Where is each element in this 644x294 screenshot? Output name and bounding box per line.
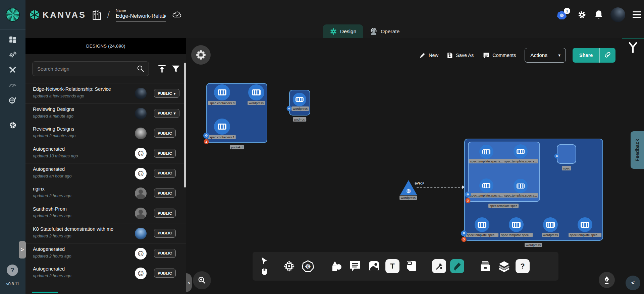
owner-avatar[interactable]	[135, 108, 147, 120]
visibility-badge[interactable]: PUBLIC	[154, 129, 176, 138]
visibility-badge[interactable]: PUBLIC	[154, 189, 176, 198]
comments-button[interactable]: Comments	[483, 52, 516, 59]
drawer-tool[interactable]	[478, 259, 493, 274]
container-node[interactable]	[479, 145, 493, 159]
kanvas-hexagon-icon[interactable]	[8, 121, 17, 130]
visibility-badge[interactable]: PUBLIC	[154, 249, 176, 258]
design-mode-button[interactable]	[599, 272, 615, 288]
visibility-select[interactable]: PUBLIC▾	[154, 89, 179, 98]
design-row[interactable]: Autogenerated updated 10 minutes ago ☺ P…	[25, 143, 186, 163]
owner-avatar[interactable]: ☺	[135, 168, 147, 179]
design-row[interactable]: Reviewing Designs updated 2 minutes ago …	[25, 123, 186, 143]
container-node[interactable]	[578, 217, 592, 232]
container-node[interactable]	[514, 179, 528, 193]
pen-tool[interactable]	[432, 259, 446, 273]
help-tool[interactable]: ?	[516, 259, 530, 273]
search-input[interactable]	[33, 66, 137, 72]
organization-icon[interactable]	[92, 9, 101, 20]
visibility-badge[interactable]: PUBLIC	[154, 169, 176, 178]
comment-tool[interactable]	[348, 259, 363, 274]
new-button[interactable]: New	[419, 52, 438, 59]
configuration-tools-icon[interactable]	[8, 66, 17, 74]
user-avatar[interactable]	[610, 7, 625, 22]
edge-connector[interactable]	[417, 187, 464, 188]
container-node[interactable]	[248, 84, 264, 100]
design-search-box[interactable]	[32, 61, 149, 76]
container-node[interactable]	[479, 178, 493, 193]
design-row[interactable]: Edge-Network-Relationship: Service updat…	[25, 83, 186, 103]
pod-template-group[interactable]	[468, 142, 540, 202]
owner-avatar[interactable]	[135, 128, 147, 139]
design-row[interactable]: Autogenerated updated 2 hours ago ☺ PUBL…	[25, 243, 186, 264]
components-chip-tool[interactable]	[282, 259, 297, 274]
collapse-right-button[interactable]: <	[626, 276, 640, 290]
owner-avatar[interactable]	[135, 208, 147, 219]
version-branch-icon[interactable]	[628, 42, 638, 54]
tab-operate[interactable]: Operate	[363, 24, 406, 38]
design-row[interactable]: Reviewing Designs updated a minute ago P…	[25, 103, 186, 124]
design-name-field[interactable]: Name Edge-Network-Relatio	[116, 8, 166, 21]
collapse-panel-button[interactable]: <	[186, 273, 192, 292]
design-row[interactable]: Autogenerated updated 2 hours ago ☺ PUBL…	[25, 263, 186, 283]
actions-label[interactable]: Actions	[525, 52, 553, 58]
owner-avatar[interactable]: ☺	[135, 248, 147, 260]
owner-avatar[interactable]	[135, 188, 147, 199]
design-canvas[interactable]: New Save As Comments Actions ▼ Share	[186, 38, 644, 294]
tab-design[interactable]: Design	[323, 24, 363, 38]
filter-funnel-icon[interactable]	[171, 64, 180, 73]
save-as-button[interactable]: Save As	[446, 52, 474, 59]
spec-node[interactable]	[557, 144, 576, 164]
container-node[interactable]	[475, 217, 489, 232]
owner-avatar[interactable]	[135, 228, 147, 239]
design-row[interactable]: Autogenerated updated an hour ago ☺ PUBL…	[25, 163, 186, 183]
sticky-note-tool[interactable]	[404, 259, 418, 274]
select-cursor-tool[interactable]	[260, 256, 269, 265]
error-count-badge[interactable]: 2	[204, 139, 209, 144]
container-node[interactable]	[293, 93, 306, 106]
visibility-badge[interactable]: PUBLIC	[154, 209, 176, 218]
actions-split-button[interactable]: Actions ▼	[525, 48, 566, 63]
notifications-bell-icon[interactable]	[594, 10, 603, 20]
help-button[interactable]: ?	[7, 265, 18, 276]
import-design-icon[interactable]	[157, 64, 167, 73]
visibility-select[interactable]: PUBLIC▾	[154, 109, 179, 118]
owner-avatar[interactable]: ☺	[135, 268, 147, 279]
visibility-badge[interactable]: PUBLIC	[154, 269, 176, 278]
container-node[interactable]	[509, 217, 524, 232]
copy-link-icon[interactable]	[600, 52, 615, 59]
error-count-badge[interactable]: 3	[466, 198, 471, 203]
kubernetes-context-button[interactable]: ☸ 1	[557, 9, 570, 20]
panel-scrollbar[interactable]	[184, 63, 186, 188]
zoom-button[interactable]	[193, 271, 211, 289]
share-label[interactable]: Share	[573, 53, 599, 58]
design-row[interactable]: Santhosh-Prom updated 2 hours ago PUBLIC	[25, 203, 186, 223]
menu-hamburger-icon[interactable]	[633, 11, 641, 18]
lifecycle-gears-icon[interactable]	[8, 51, 17, 59]
visibility-badge[interactable]: PUBLIC	[154, 229, 176, 238]
owner-avatar[interactable]: ☺	[135, 148, 147, 159]
freehand-draw-tool[interactable]	[450, 259, 464, 273]
share-split-button[interactable]: Share	[573, 48, 615, 63]
dashboard-icon[interactable]	[8, 35, 17, 44]
text-tool[interactable]: T	[385, 259, 399, 273]
feedback-tab[interactable]: Feedback	[631, 131, 644, 169]
image-tool[interactable]	[367, 259, 381, 274]
meshery-logo-button[interactable]	[0, 0, 25, 29]
layers-tool[interactable]	[497, 259, 512, 274]
dock-toggle-button[interactable]	[191, 45, 211, 65]
container-node[interactable]	[514, 144, 528, 158]
kanvas-logo[interactable]: KANVAS	[30, 9, 86, 20]
design-row[interactable]: K8 Statefulset demonstration with mo upd…	[25, 223, 186, 243]
pan-hand-tool[interactable]	[260, 267, 269, 276]
container-node[interactable]	[543, 217, 558, 232]
visibility-badge[interactable]: PUBLIC	[154, 149, 176, 158]
container-node[interactable]	[214, 84, 230, 100]
error-count-badge[interactable]: 3	[462, 237, 467, 242]
performance-gauge-icon[interactable]	[8, 81, 17, 89]
shapes-tool[interactable]	[329, 259, 344, 274]
owner-avatar[interactable]	[135, 88, 147, 99]
actions-caret-icon[interactable]: ▼	[553, 53, 566, 57]
container-node[interactable]	[214, 119, 230, 135]
kubernetes-tool[interactable]: ☸	[301, 259, 315, 274]
catalog-sphere-icon[interactable]	[8, 96, 17, 104]
